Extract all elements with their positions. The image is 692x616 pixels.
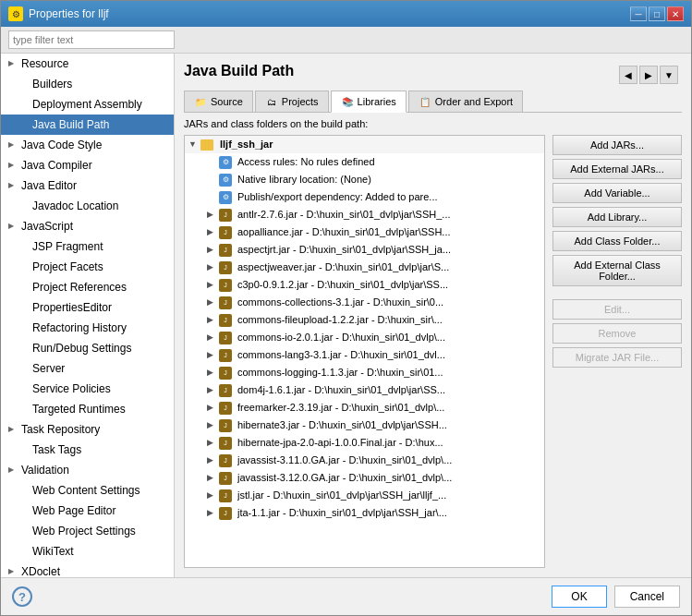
tree-item-label: hibernate3.jar - D:\huxin_sir\01_dvlp\ja… <box>237 417 447 433</box>
sidebar-item-validation[interactable]: ▶Validation <box>1 460 174 480</box>
maximize-button[interactable]: □ <box>649 6 665 21</box>
tree-item-label: Native library location: (None) <box>237 172 371 187</box>
sidebar-item-java-compiler[interactable]: ▶Java Compiler <box>1 155 174 175</box>
tree-item[interactable]: ▶Jjavassist-3.12.0.GA.jar - D:\huxin_sir… <box>185 469 544 487</box>
sidebar-item-deployment-assembly[interactable]: Deployment Assembly <box>1 94 174 115</box>
tab-label: Order and Export <box>435 96 513 107</box>
expand-arrow-icon: ▶ <box>8 218 18 235</box>
sidebar-item-project-facets[interactable]: Project Facets <box>1 257 174 277</box>
sidebar-item-task-tags[interactable]: Task Tags <box>1 440 174 460</box>
sidebar-item-label: Project Facets <box>32 259 103 275</box>
button-spacer <box>552 290 682 296</box>
tree-item[interactable]: ▶Jhibernate-jpa-2.0-api-1.0.0.Final.jar … <box>185 434 544 452</box>
sidebar-item-server[interactable]: Server <box>1 358 174 379</box>
filter-input[interactable] <box>8 30 175 49</box>
tree-root-item[interactable]: ▼lljf_ssh_jar <box>185 136 544 153</box>
sidebar-item-jsp-fragment[interactable]: JSP Fragment <box>1 236 174 257</box>
sidebar-item-label: Java Editor <box>21 177 77 194</box>
tree-item[interactable]: ▶Jdom4j-1.6.1.jar - D:\huxin_sir\01_dvlp… <box>185 381 544 399</box>
tree-child-arrow-icon: ▶ <box>207 382 216 398</box>
sidebar-item-label: Web Project Settings <box>32 523 136 539</box>
tab-projects[interactable]: 🗂Projects <box>255 91 329 112</box>
forward-button[interactable]: ▶ <box>639 66 658 84</box>
tree-item[interactable]: ▶Jcommons-logging-1.1.3.jar - D:\huxin_s… <box>185 364 544 381</box>
expand-arrow-icon: ▶ <box>8 421 18 438</box>
jar-icon: J <box>219 367 232 380</box>
tree-item[interactable]: ▶Jcommons-fileupload-1.2.2.jar - D:\huxi… <box>185 311 544 329</box>
jar-icon: J <box>219 454 232 467</box>
sidebar-item-propertieseditor[interactable]: PropertiesEditor <box>1 297 174 318</box>
action-button-add-external-class-folder---[interactable]: Add External Class Folder... <box>552 255 682 286</box>
help-button[interactable]: ? <box>12 586 32 607</box>
nav-dropdown[interactable]: ▼ <box>660 66 678 84</box>
tree-item[interactable]: ▶Jjstl.jar - D:\huxin_sir\01_dvlp\jar\SS… <box>185 487 544 504</box>
sidebar-item-refactoring-history[interactable]: Refactoring History <box>1 318 174 338</box>
tree-item[interactable]: ▶Jantlr-2.7.6.jar - D:\huxin_sir\01_dvlp… <box>185 206 544 223</box>
jar-icon: J <box>219 226 232 239</box>
action-button-add-jars---[interactable]: Add JARs... <box>552 135 682 155</box>
tree-item-label: Publish/export dependency: Added to pare… <box>237 189 438 205</box>
tree-item[interactable]: ▶Jjta-1.1.jar - D:\huxin_sir\01_dvlp\jar… <box>185 504 544 522</box>
tree-item[interactable]: ▶Jjavassist-3.11.0.GA.jar - D:\huxin_sir… <box>185 452 544 469</box>
sidebar-item-task-repository[interactable]: ▶Task Repository <box>1 419 174 440</box>
tab-order-and-export[interactable]: 📋Order and Export <box>408 91 523 112</box>
back-button[interactable]: ◀ <box>619 66 637 84</box>
close-button[interactable]: ✕ <box>667 6 684 21</box>
tab-source[interactable]: 📁Source <box>184 91 253 112</box>
tab-label: Projects <box>282 96 319 107</box>
jar-icon: J <box>219 296 232 309</box>
sidebar-item-javadoc-location[interactable]: Javadoc Location <box>1 196 174 216</box>
tree-child-arrow-icon: ▶ <box>207 453 216 468</box>
tab-icon-lib: 📚 <box>341 95 354 108</box>
tree-item[interactable]: ▶Jc3p0-0.9.1.2.jar - D:\huxin_sir\01_dvl… <box>185 276 544 294</box>
action-button-add-external-jars---[interactable]: Add External JARs... <box>552 159 682 179</box>
action-button-add-library---[interactable]: Add Library... <box>552 207 682 227</box>
sidebar-item-project-references[interactable]: Project References <box>1 277 174 297</box>
sidebar-item-xdoclet[interactable]: ▶XDoclet <box>1 562 174 577</box>
action-buttons: Add JARs...Add External JARs...Add Varia… <box>552 135 682 568</box>
sidebar-item-web-page-editor[interactable]: Web Page Editor <box>1 501 174 521</box>
sidebar-item-label: Builders <box>32 76 72 92</box>
tree-item[interactable]: ▶Jaopalliance.jar - D:\huxin_sir\01_dvlp… <box>185 223 544 241</box>
sidebar-item-javascript[interactable]: ▶JavaScript <box>1 216 174 236</box>
tree-item[interactable]: ▶Jaspectjrt.jar - D:\huxin_sir\01_dvlp\j… <box>185 241 544 259</box>
jar-icon: J <box>219 507 232 520</box>
sidebar-item-web-project-settings[interactable]: Web Project Settings <box>1 521 174 541</box>
sidebar-item-label: Web Page Editor <box>32 502 116 519</box>
tree-item[interactable]: ▶Jcommons-lang3-3.1.jar - D:\huxin_sir\0… <box>185 346 544 364</box>
action-button-add-variable---[interactable]: Add Variable... <box>552 183 682 203</box>
tab-libraries[interactable]: 📚Libraries <box>331 91 407 113</box>
tree-item[interactable]: ⚙Access rules: No rules defined <box>185 153 544 171</box>
main-panel: Java Build Path ◀ ▶ ▼ 📁Source🗂Projects📚L… <box>175 54 691 577</box>
sidebar-item-label: Run/Debug Settings <box>32 340 131 356</box>
jar-icon: J <box>219 384 232 397</box>
tree-item[interactable]: ⚙Native library location: (None) <box>185 171 544 188</box>
sidebar-item-service-policies[interactable]: Service Policies <box>1 379 174 399</box>
tree-item-label: dom4j-1.6.1.jar - D:\huxin_sir\01_dvlp\j… <box>237 382 445 398</box>
tree-item[interactable]: ▶Jhibernate3.jar - D:\huxin_sir\01_dvlp\… <box>185 417 544 434</box>
action-button-add-class-folder---[interactable]: Add Class Folder... <box>552 231 682 251</box>
sidebar-item-java-build-path[interactable]: Java Build Path <box>1 115 174 135</box>
sidebar-item-targeted-runtimes[interactable]: Targeted Runtimes <box>1 399 174 419</box>
sidebar-item-java-code-style[interactable]: ▶Java Code Style <box>1 135 174 155</box>
tree-item[interactable]: ▶Jfreemarker-2.3.19.jar - D:\huxin_sir\0… <box>185 399 544 417</box>
tree-child-arrow-icon: ▶ <box>207 470 216 486</box>
tree-item[interactable]: ▶Jcommons-io-2.0.1.jar - D:\huxin_sir\01… <box>185 329 544 346</box>
sidebar-item-rundebug-settings[interactable]: Run/Debug Settings <box>1 338 174 358</box>
action-button-edit---: Edit... <box>552 299 682 320</box>
sidebar-item-web-content-settings[interactable]: Web Content Settings <box>1 480 174 501</box>
tree-item[interactable]: ▶Jaspectjweaver.jar - D:\huxin_sir\01_dv… <box>185 259 544 276</box>
tree-item[interactable]: ⚙Publish/export dependency: Added to par… <box>185 188 544 206</box>
tab-icon-src: 📁 <box>194 95 207 108</box>
cancel-button[interactable]: Cancel <box>614 586 680 608</box>
sidebar-item-label: Java Build Path <box>32 116 109 133</box>
sidebar-item-resource[interactable]: ▶Resource <box>1 54 174 74</box>
sidebar-item-builders[interactable]: Builders <box>1 74 174 94</box>
tree-item[interactable]: ▶Jcommons-collections-3.1.jar - D:\huxin… <box>185 294 544 311</box>
library-tree[interactable]: ▼lljf_ssh_jar⚙Access rules: No rules def… <box>184 135 545 568</box>
tree-child-arrow-icon: ▶ <box>207 488 216 503</box>
minimize-button[interactable]: ─ <box>630 6 647 21</box>
sidebar-item-wikitext[interactable]: WikiText <box>1 541 174 562</box>
ok-button[interactable]: OK <box>552 586 606 608</box>
sidebar-item-java-editor[interactable]: ▶Java Editor <box>1 175 174 196</box>
